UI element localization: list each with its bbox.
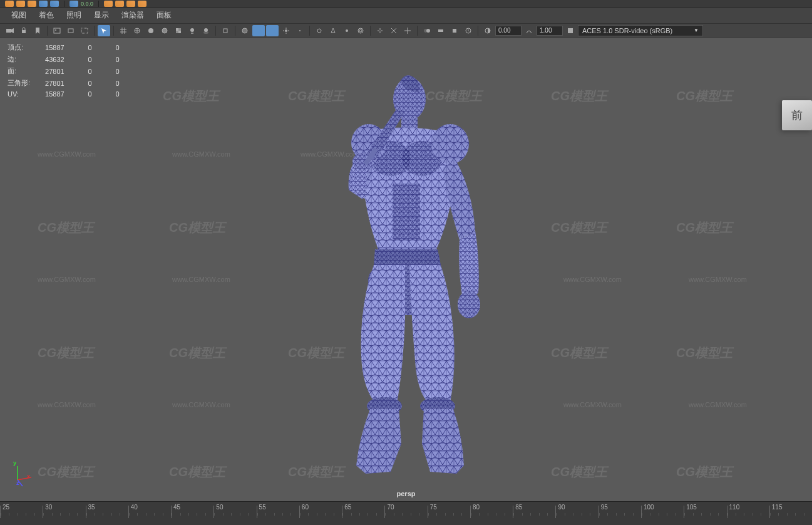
shadows-icon[interactable] bbox=[200, 25, 212, 36]
shelf-icon[interactable] bbox=[138, 1, 146, 7]
polycount-hud: 顶点:1588700 边:4363200 面:2780100 三角形:27801… bbox=[8, 41, 135, 99]
menu-shading[interactable]: 着色 bbox=[33, 8, 60, 23]
wire-on-shaded-icon[interactable] bbox=[158, 25, 171, 36]
character-wireframe[interactable] bbox=[281, 68, 532, 501]
more-icon[interactable] bbox=[294, 25, 306, 36]
axis-gizmo[interactable]: y x z bbox=[11, 462, 36, 487]
watermark-url: www.CGMXW.com bbox=[38, 150, 96, 158]
gamma-icon[interactable] bbox=[523, 25, 535, 36]
shelf-icon[interactable] bbox=[126, 1, 135, 7]
time-tick[interactable]: 35 bbox=[86, 506, 128, 518]
viewport[interactable]: 顶点:1588700 边:4363200 面:2780100 三角形:27801… bbox=[0, 38, 812, 501]
time-tick-label: 55 bbox=[259, 504, 266, 511]
time-tick[interactable]: 100 bbox=[641, 506, 684, 518]
time-tick[interactable]: 65 bbox=[342, 506, 384, 518]
menu-view[interactable]: 视图 bbox=[5, 8, 33, 23]
exposure-icon[interactable] bbox=[481, 25, 494, 36]
shelf-icon[interactable] bbox=[39, 1, 48, 7]
grid-icon[interactable] bbox=[117, 25, 130, 36]
menu-renderer[interactable]: 渲染器 bbox=[115, 8, 150, 23]
time-tick-label: 30 bbox=[45, 504, 52, 511]
time-tick[interactable]: 110 bbox=[727, 506, 769, 518]
image-plane-icon[interactable] bbox=[51, 25, 63, 36]
time-slider[interactable]: 2530354045505560657075808590951001051101… bbox=[0, 501, 812, 525]
watermark-logo: CG模型王 bbox=[38, 464, 94, 481]
time-tick[interactable]: 55 bbox=[257, 506, 299, 518]
time-ruler[interactable]: 2530354045505560657075808590951001051101… bbox=[0, 506, 812, 518]
time-tick[interactable]: 25 bbox=[0, 506, 43, 518]
time-tick[interactable]: 60 bbox=[299, 506, 342, 518]
view-cube[interactable]: 前 bbox=[782, 100, 812, 130]
time-tick[interactable]: 85 bbox=[513, 506, 555, 518]
shelf-icon[interactable] bbox=[69, 1, 78, 7]
time-tick[interactable]: 115 bbox=[769, 506, 812, 518]
shelf-icon[interactable] bbox=[16, 1, 25, 7]
time-tick[interactable]: 75 bbox=[428, 506, 470, 518]
color-icon[interactable] bbox=[564, 25, 577, 36]
point-light-icon[interactable] bbox=[313, 25, 326, 36]
film-gate-icon[interactable] bbox=[78, 25, 91, 36]
main-shelf[interactable]: 0.0.0 bbox=[0, 0, 812, 8]
isolate-icon[interactable] bbox=[219, 25, 232, 36]
gate-icon[interactable] bbox=[64, 25, 77, 36]
light-icon[interactable] bbox=[280, 25, 292, 36]
ghosting-icon[interactable] bbox=[421, 25, 433, 36]
watermark-logo: CG模型王 bbox=[551, 219, 607, 236]
time-tick[interactable]: 70 bbox=[384, 506, 427, 518]
select-tool-icon[interactable] bbox=[98, 25, 110, 36]
time-tick[interactable]: 80 bbox=[470, 506, 513, 518]
time-tick-label: 40 bbox=[131, 504, 138, 511]
pivot-icon[interactable] bbox=[388, 25, 400, 36]
deform-icon[interactable] bbox=[448, 25, 461, 36]
bookmark-icon[interactable] bbox=[31, 25, 44, 36]
time-tick[interactable]: 45 bbox=[171, 506, 213, 518]
svg-rect-3 bbox=[54, 28, 60, 33]
wireframe-icon[interactable] bbox=[131, 25, 143, 36]
xray-joints-icon[interactable] bbox=[252, 25, 265, 36]
time-tick[interactable]: 105 bbox=[684, 506, 726, 518]
watermark-url: www.CGMXW.com bbox=[172, 150, 230, 158]
snap-icon[interactable] bbox=[374, 25, 386, 36]
shelf-icon[interactable] bbox=[5, 1, 14, 7]
time-tick[interactable]: 95 bbox=[599, 506, 641, 518]
exposure-field[interactable] bbox=[495, 26, 522, 36]
time-tick[interactable]: 90 bbox=[555, 506, 598, 518]
move-icon[interactable] bbox=[401, 25, 414, 36]
colorspace-dropdown[interactable]: ACES 1.0 SDR-video (sRGB) ▼ bbox=[578, 25, 703, 36]
shelf-icon[interactable] bbox=[115, 1, 124, 7]
xray-comp-icon[interactable] bbox=[266, 25, 279, 36]
svg-marker-1 bbox=[11, 28, 14, 33]
smooth-shade-icon[interactable] bbox=[145, 25, 157, 36]
gamma-field[interactable] bbox=[537, 26, 563, 36]
watermark-logo: CG模型王 bbox=[38, 219, 94, 236]
time-tick[interactable]: 40 bbox=[128, 506, 171, 518]
dot-icon[interactable] bbox=[341, 25, 353, 36]
lock-camera-icon[interactable] bbox=[18, 25, 30, 36]
menu-show[interactable]: 显示 bbox=[88, 8, 115, 23]
time-tick-label: 85 bbox=[515, 504, 522, 511]
watermark-logo: CG模型王 bbox=[551, 345, 607, 361]
ring-icon[interactable] bbox=[354, 25, 367, 36]
time-tick-label: 70 bbox=[387, 504, 394, 511]
select-camera-icon[interactable] bbox=[4, 25, 16, 36]
reset-icon[interactable] bbox=[462, 25, 475, 36]
watermark-logo: CG模型王 bbox=[169, 464, 225, 481]
time-tick[interactable]: 30 bbox=[43, 506, 85, 518]
shelf-icon[interactable] bbox=[28, 1, 36, 7]
xray-icon[interactable] bbox=[239, 25, 251, 36]
panel-toolbar: ACES 1.0 SDR-video (sRGB) ▼ bbox=[0, 24, 812, 38]
time-tick-label: 65 bbox=[344, 504, 351, 511]
shelf-icon[interactable] bbox=[104, 1, 113, 7]
watermark-logo: CG模型王 bbox=[551, 464, 607, 481]
textured-icon[interactable] bbox=[172, 25, 185, 36]
time-tick[interactable]: 50 bbox=[213, 506, 256, 518]
svg-rect-36 bbox=[401, 118, 418, 129]
menu-lighting[interactable]: 照明 bbox=[60, 8, 88, 23]
menu-panels[interactable]: 面板 bbox=[150, 8, 178, 23]
time-tick-label: 100 bbox=[644, 504, 654, 511]
spot-icon[interactable] bbox=[327, 25, 339, 36]
shelf-icon[interactable] bbox=[50, 1, 59, 7]
lights-icon[interactable] bbox=[186, 25, 198, 36]
motion-icon[interactable] bbox=[434, 25, 447, 36]
time-tick-label: 45 bbox=[173, 504, 180, 511]
